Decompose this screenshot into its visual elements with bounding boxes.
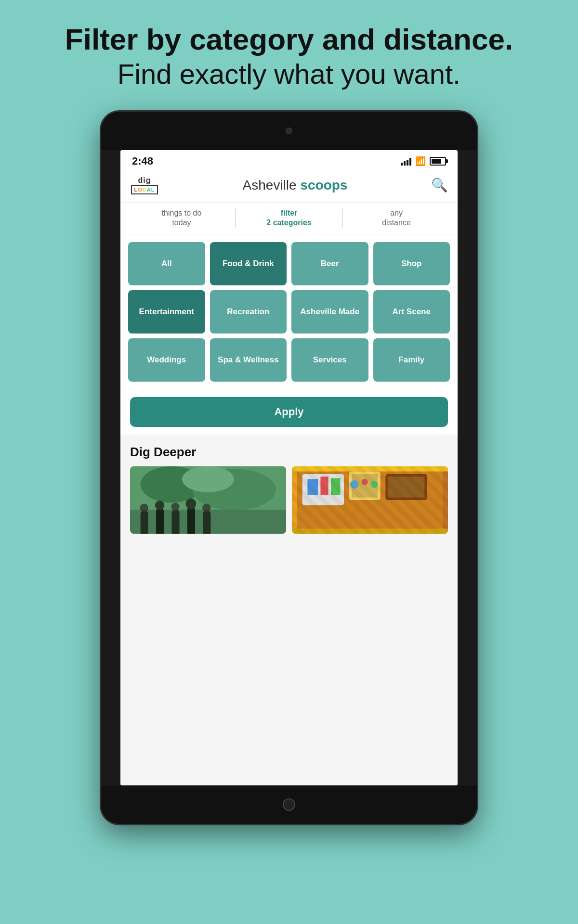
svg-rect-6 <box>156 508 164 534</box>
category-tile-services[interactable]: Services <box>291 338 368 382</box>
svg-rect-22 <box>349 472 381 500</box>
svg-rect-20 <box>320 477 328 495</box>
svg-point-11 <box>186 499 197 509</box>
logo-local-text: LOCAL <box>131 185 158 194</box>
app-title-normal: Asheville <box>243 178 301 192</box>
tablet-device: 2:48 📶 dig LOCAL <box>101 112 477 824</box>
category-tile-art-scene[interactable]: Art Scene <box>373 290 450 334</box>
search-icon[interactable]: 🔍 <box>431 177 448 193</box>
svg-rect-30 <box>292 529 448 534</box>
filter-today-line2: today <box>128 218 235 228</box>
category-label-asheville-made: Asheville Made <box>300 307 359 317</box>
svg-rect-10 <box>187 506 195 534</box>
category-label-recreation: Recreation <box>227 307 269 317</box>
filter-categories[interactable]: filter 2 categories <box>236 208 342 229</box>
category-grid: AllFood & DrinkBeerShopEntertainmentRecr… <box>120 234 458 389</box>
dig-deeper-images <box>130 466 448 534</box>
tablet-screen: 2:48 📶 dig LOCAL <box>120 150 458 785</box>
category-label-family: Family <box>398 355 424 365</box>
category-tile-asheville-made[interactable]: Asheville Made <box>291 290 368 334</box>
filter-today-line1: things to do <box>128 208 235 218</box>
svg-rect-14 <box>292 466 448 534</box>
status-icons: 📶 <box>401 156 446 167</box>
filter-categories-line1: filter <box>236 208 342 218</box>
tablet-top-bar <box>101 112 477 150</box>
tablet-bottom-bar <box>101 785 477 824</box>
category-label-entertainment: Entertainment <box>139 307 194 317</box>
filter-bar: things to do today filter 2 categories a… <box>120 202 458 235</box>
svg-point-25 <box>362 479 368 485</box>
svg-rect-27 <box>385 474 427 500</box>
category-label-shop: Shop <box>401 258 422 269</box>
category-tile-recreation[interactable]: Recreation <box>210 290 287 334</box>
svg-rect-16 <box>370 466 448 534</box>
dig-image-urban[interactable] <box>292 466 448 534</box>
category-label-all: All <box>161 258 172 269</box>
category-tile-family[interactable]: Family <box>373 338 450 382</box>
app-logo: dig LOCAL <box>130 176 159 194</box>
category-tile-all[interactable]: All <box>128 242 205 285</box>
signal-bar-4 <box>409 158 411 166</box>
svg-rect-12 <box>203 511 210 534</box>
wifi-icon: 📶 <box>415 156 426 167</box>
svg-rect-23 <box>352 474 378 498</box>
svg-rect-8 <box>171 510 179 534</box>
svg-point-9 <box>171 503 179 511</box>
svg-point-24 <box>350 480 358 488</box>
signal-bar-1 <box>401 163 403 166</box>
svg-point-13 <box>202 504 210 512</box>
headline-sub: Find exactly what you want. <box>65 56 513 92</box>
battery-fill <box>432 159 441 164</box>
dig-image-outdoor[interactable] <box>130 466 286 534</box>
filter-distance-line1: any <box>343 208 450 218</box>
headline: Filter by category and distance. Find ex… <box>46 23 532 92</box>
filter-distance-line2: distance <box>343 218 450 228</box>
filter-categories-line2: 2 categories <box>236 218 342 228</box>
category-label-weddings: Weddings <box>147 355 186 365</box>
svg-rect-19 <box>307 479 318 495</box>
signal-bar-2 <box>404 161 406 166</box>
category-tile-spa-wellness[interactable]: Spa & Wellness <box>210 338 287 382</box>
app-title-bold: scoops <box>300 178 347 192</box>
apply-section: Apply <box>120 389 458 435</box>
category-tile-beer[interactable]: Beer <box>291 242 368 285</box>
category-tile-food-drink[interactable]: Food & Drink <box>210 242 287 285</box>
dig-deeper-title: Dig Deeper <box>130 445 448 460</box>
svg-rect-28 <box>388 477 425 498</box>
battery-icon <box>430 157 446 166</box>
category-tile-entertainment[interactable]: Entertainment <box>128 290 205 334</box>
svg-rect-4 <box>141 511 148 534</box>
svg-point-7 <box>155 500 164 510</box>
signal-bar-3 <box>407 160 408 166</box>
status-bar: 2:48 📶 <box>120 150 458 170</box>
app-header: dig LOCAL Asheville scoops 🔍 <box>120 170 458 202</box>
category-label-art-scene: Art Scene <box>393 307 431 317</box>
category-label-food-drink: Food & Drink <box>223 258 274 269</box>
svg-rect-15 <box>292 466 365 534</box>
svg-rect-21 <box>331 478 340 495</box>
signal-icon <box>401 157 411 166</box>
svg-point-26 <box>370 481 378 488</box>
svg-point-5 <box>140 504 148 512</box>
svg-rect-17 <box>297 469 443 531</box>
app-title: Asheville scoops <box>243 178 348 193</box>
headline-main: Filter by category and distance. <box>65 23 513 56</box>
svg-point-3 <box>182 466 234 492</box>
dig-deeper-section: Dig Deeper <box>120 435 458 785</box>
logo-dig-text: dig <box>138 176 151 185</box>
home-button[interactable] <box>283 798 295 811</box>
category-tile-weddings[interactable]: Weddings <box>128 338 205 382</box>
svg-rect-29 <box>292 466 448 472</box>
filter-distance[interactable]: any distance <box>343 208 450 229</box>
front-camera <box>286 128 292 134</box>
filter-today[interactable]: things to do today <box>128 208 235 229</box>
apply-button[interactable]: Apply <box>130 397 448 427</box>
category-tile-shop[interactable]: Shop <box>373 242 450 285</box>
category-label-beer: Beer <box>321 258 339 269</box>
status-time: 2:48 <box>132 155 153 167</box>
svg-rect-18 <box>302 474 344 505</box>
category-label-spa-wellness: Spa & Wellness <box>218 355 278 365</box>
category-label-services: Services <box>313 355 347 365</box>
